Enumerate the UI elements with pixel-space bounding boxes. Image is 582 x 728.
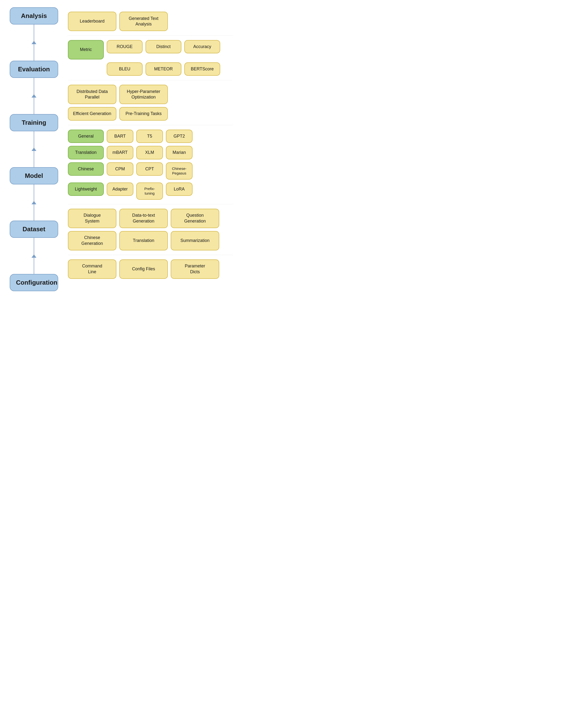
row-evaluation-2: BLEU METEOR BERTScore <box>68 62 233 76</box>
row-evaluation-1: Metric ROUGE Distinct Accuracy <box>68 40 233 59</box>
left-box-training[interactable]: Training <box>10 114 58 131</box>
row-dataset-2: ChineseGeneration Translation Summarizat… <box>68 231 233 251</box>
box-chinese-pegasus[interactable]: Chinese-Pegasus <box>166 162 193 180</box>
box-pretraining[interactable]: Pre-Training Tasks <box>119 107 168 120</box>
box-adapter[interactable]: Adapter <box>107 182 133 196</box>
left-box-dataset[interactable]: Dataset <box>10 220 58 238</box>
section-dataset: DialogueSystem Data-to-textGeneration Qu… <box>68 204 233 255</box>
section-configuration: CommandLine Config Files ParameterDicts <box>68 255 233 283</box>
arrow-analysis-evaluation <box>31 41 36 44</box>
box-metric[interactable]: Metric <box>68 40 104 59</box>
box-cpm[interactable]: CPM <box>107 162 133 176</box>
row-analysis-1: Leaderboard Generated TextAnalysis <box>68 11 233 31</box>
section-training: Distributed DataParallel Hyper-Parameter… <box>68 80 233 125</box>
box-param-dicts[interactable]: ParameterDicts <box>171 259 219 279</box>
right-column: Leaderboard Generated TextAnalysis Metri… <box>63 7 233 291</box>
box-summarization[interactable]: Summarization <box>171 231 219 251</box>
box-lora[interactable]: LoRA <box>166 182 193 196</box>
row-dataset-1: DialogueSystem Data-to-textGeneration Qu… <box>68 209 233 228</box>
box-rouge[interactable]: ROUGE <box>107 40 143 53</box>
row-model-3: Chinese CPM CPT Chinese-Pegasus <box>68 162 233 180</box>
box-command-line[interactable]: CommandLine <box>68 259 116 279</box>
box-xlm[interactable]: XLM <box>136 146 163 159</box>
box-leaderboard[interactable]: Leaderboard <box>68 11 116 31</box>
box-question-gen[interactable]: QuestionGeneration <box>171 209 219 228</box>
row-model-4: Lightweight Adapter Prefix-tuning LoRA <box>68 182 233 200</box>
box-lightweight[interactable]: Lightweight <box>68 182 104 196</box>
left-box-model[interactable]: Model <box>10 167 58 184</box>
box-translation-dataset[interactable]: Translation <box>119 231 168 251</box>
box-config-files[interactable]: Config Files <box>119 259 168 279</box>
box-distinct[interactable]: Distinct <box>145 40 182 53</box>
box-ddp[interactable]: Distributed DataParallel <box>68 85 116 104</box>
box-general[interactable]: General <box>68 130 104 143</box>
box-bertscore[interactable]: BERTScore <box>184 62 220 76</box>
box-bleu[interactable]: BLEU <box>107 62 143 76</box>
section-model: General BART T5 GPT2 Translation mBART X… <box>68 125 233 204</box>
row-model-1: General BART T5 GPT2 <box>68 130 233 143</box>
box-hyperparameter[interactable]: Hyper-ParameterOptimization <box>119 85 168 104</box>
box-data-to-text[interactable]: Data-to-textGeneration <box>119 209 168 228</box>
section-evaluation: Metric ROUGE Distinct Accuracy BLEU METE… <box>68 36 233 80</box>
box-mbart[interactable]: mBART <box>107 146 133 159</box>
left-column: Analysis Evaluation Training Model Datas… <box>5 7 63 291</box>
box-gpt2[interactable]: GPT2 <box>166 130 193 143</box>
box-meteor[interactable]: METEOR <box>145 62 182 76</box>
box-translation-model[interactable]: Translation <box>68 146 104 159</box>
arrow-evaluation-training <box>31 94 36 98</box>
box-accuracy[interactable]: Accuracy <box>184 40 220 53</box>
box-dialogue[interactable]: DialogueSystem <box>68 209 116 228</box>
row-training-1: Distributed DataParallel Hyper-Parameter… <box>68 85 233 104</box>
arrow-dataset-configuration <box>31 254 36 258</box>
row-training-2: Efficient Generation Pre-Training Tasks <box>68 107 233 120</box>
row-model-2: Translation mBART XLM Marian <box>68 146 233 159</box>
box-chinese-gen[interactable]: ChineseGeneration <box>68 231 116 251</box>
box-chinese-model[interactable]: Chinese <box>68 162 104 176</box>
left-box-configuration[interactable]: Configuration <box>10 274 58 291</box>
row-config-1: CommandLine Config Files ParameterDicts <box>68 259 233 279</box>
box-t5[interactable]: T5 <box>136 130 163 143</box>
section-analysis: Leaderboard Generated TextAnalysis <box>68 7 233 36</box>
arrow-model-dataset <box>31 201 36 204</box>
box-cpt[interactable]: CPT <box>136 162 163 176</box>
left-box-analysis[interactable]: Analysis <box>10 7 58 25</box>
arrow-training-model <box>31 148 36 151</box>
box-prefix-tuning[interactable]: Prefix-tuning <box>136 182 163 200</box>
box-bart[interactable]: BART <box>107 130 133 143</box>
box-marian[interactable]: Marian <box>166 146 193 159</box>
box-generated-text-analysis[interactable]: Generated TextAnalysis <box>119 11 168 31</box>
left-box-evaluation[interactable]: Evaluation <box>10 61 58 78</box>
box-efficient-gen[interactable]: Efficient Generation <box>68 107 116 120</box>
